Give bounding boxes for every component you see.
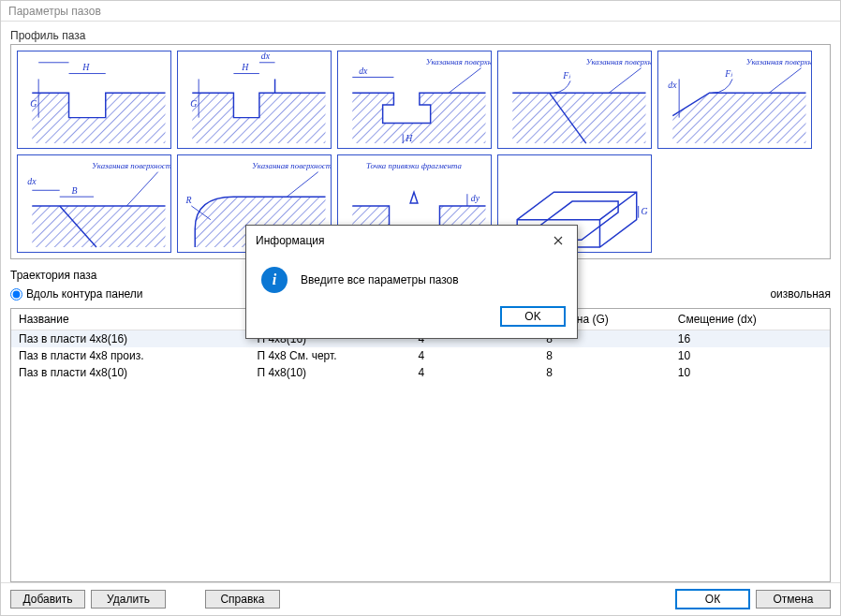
profile-option-6[interactable]: Указанная поверхность dx B	[17, 154, 171, 253]
svg-text:dx: dx	[668, 80, 677, 90]
dialog-title: Информация	[256, 234, 324, 247]
svg-text:Fᵢ: Fᵢ	[562, 70, 571, 81]
svg-text:B: B	[71, 185, 77, 196]
footer: Добавить Удалить Справка ОК Отмена	[1, 582, 840, 615]
svg-text:dx: dx	[27, 176, 37, 186]
col-offset[interactable]: Смещение (dx)	[671, 309, 830, 330]
radio-arbitrary-label-fragment: оизвольная	[770, 287, 831, 301]
svg-text:Fᵢ: Fᵢ	[724, 68, 733, 79]
profile-option-1[interactable]: G H	[17, 51, 171, 149]
svg-text:Указанная поверхность: Указанная поверхность	[252, 161, 331, 170]
cell-width: 4	[410, 347, 539, 364]
close-icon	[553, 236, 563, 245]
cell-name: Паз в пласти 4х8(10)	[11, 364, 249, 381]
svg-text:H: H	[241, 62, 249, 72]
svg-text:H: H	[81, 62, 90, 72]
cell-depth: 8	[539, 347, 670, 364]
radio-along-contour-input[interactable]	[10, 288, 22, 301]
svg-text:G: G	[30, 98, 37, 109]
dialog-close-button[interactable]	[549, 231, 568, 250]
profile-option-4[interactable]: Указанная поверхность Fᵢ	[497, 51, 652, 149]
profile-option-2[interactable]: G H dx	[177, 51, 332, 149]
profile-option-5[interactable]: Указанная поверхность dx Fᵢ	[657, 51, 812, 149]
add-button[interactable]: Добавить	[10, 590, 85, 609]
cell-offset: 10	[671, 364, 830, 381]
cell-designation: П 4х8 См. черт.	[249, 347, 410, 364]
radio-along-contour[interactable]: Вдоль контура панели	[10, 287, 143, 301]
dialog-titlebar: Информация	[246, 226, 577, 256]
groove-table-box: Название Обозначение Ширина (H) Глубина …	[10, 308, 831, 582]
cell-depth: 8	[539, 364, 670, 381]
ok-button[interactable]: ОК	[675, 589, 750, 609]
col-name[interactable]: Название	[11, 309, 249, 330]
cell-name: Паз в пласти 4х8 произ.	[11, 347, 249, 364]
info-icon: i	[261, 267, 288, 293]
svg-text:dy: dy	[471, 193, 480, 203]
help-button[interactable]: Справка	[205, 590, 280, 609]
window-title: Параметры пазов	[1, 1, 840, 22]
dialog-message: Введите все параметры пазов	[301, 273, 459, 286]
profile-option-3[interactable]: Указанная поверхность dx H	[337, 51, 492, 149]
svg-text:dx: dx	[261, 51, 271, 61]
radio-along-contour-label: Вдоль контура панели	[26, 287, 143, 301]
info-dialog: Информация i Введите все параметры пазов…	[245, 225, 578, 339]
cell-designation: П 4x8(10)	[249, 364, 410, 381]
table-row[interactable]: Паз в пласти 4х8 произ.П 4х8 См. черт.48…	[11, 347, 830, 364]
table-row[interactable]: Паз в пласти 4х8(10)П 4x8(10)4810	[11, 364, 830, 381]
svg-text:Указанная поверхность: Указанная поверхность	[426, 57, 491, 66]
svg-text:Точка привязки фрагмента: Точка привязки фрагмента	[366, 161, 463, 170]
cell-width: 4	[410, 364, 539, 381]
dialog-ok-button[interactable]: OK	[500, 306, 566, 327]
svg-text:Указанная поверхность: Указанная поверхность	[92, 161, 170, 170]
svg-text:G: G	[190, 98, 197, 109]
svg-text:R: R	[184, 195, 191, 205]
svg-text:G: G	[642, 206, 648, 216]
svg-text:dx: dx	[359, 66, 368, 76]
profile-group-label: Профиль паза	[10, 27, 831, 44]
cell-offset: 16	[671, 330, 830, 348]
dialog-body: i Введите все параметры пазов	[246, 256, 577, 301]
svg-text:H: H	[405, 133, 413, 143]
cell-offset: 10	[671, 347, 830, 364]
dialog-footer: OK	[246, 301, 577, 338]
cancel-button[interactable]: Отмена	[756, 590, 831, 609]
cell-name: Паз в пласти 4х8(16)	[11, 330, 249, 348]
svg-text:Указанная поверхность: Указанная поверхность	[746, 57, 811, 66]
svg-text:Указанная поверхность: Указанная поверхность	[586, 57, 651, 66]
delete-button[interactable]: Удалить	[91, 590, 166, 609]
